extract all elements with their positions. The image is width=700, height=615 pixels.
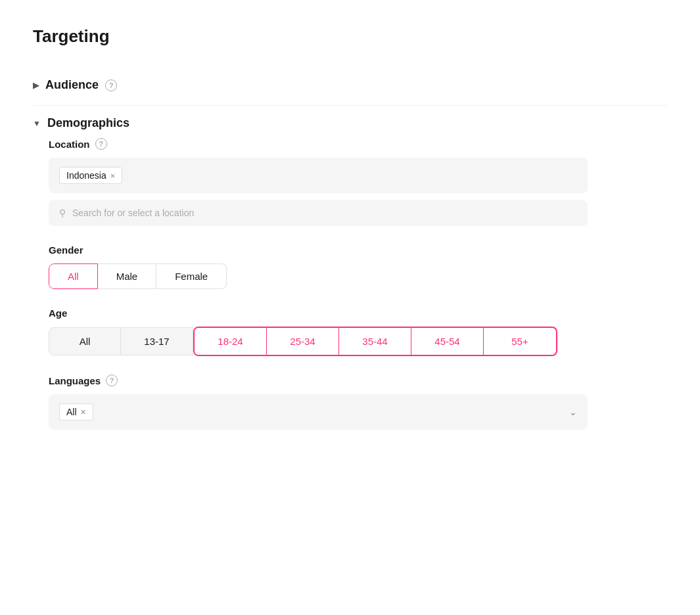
- location-tag-label: Indonesia: [66, 170, 106, 181]
- demographics-content: Location ? Indonesia × ⚲ Search for or s…: [33, 138, 667, 459]
- gender-label: Gender: [49, 244, 667, 256]
- gender-btn-all[interactable]: All: [49, 263, 98, 289]
- location-search-placeholder: Search for or select a location: [72, 208, 194, 218]
- age-btn-18-24[interactable]: 18-24: [195, 328, 267, 355]
- demographics-arrow: ▼: [33, 119, 41, 128]
- gender-btn-female[interactable]: Female: [156, 263, 227, 289]
- languages-tag-label: All: [66, 407, 77, 417]
- location-tag: Indonesia ×: [59, 167, 122, 184]
- location-selected-box: Indonesia ×: [49, 158, 588, 193]
- age-button-group: All 13-17 18-24 25-34 35-44 45-54 55+: [49, 327, 667, 356]
- age-field-group: Age All 13-17 18-24 25-34 35-44 45-54 55…: [49, 308, 667, 356]
- demographics-section: ▼ Demographics Location ? Indonesia × ⚲ …: [33, 108, 667, 459]
- age-btn-35-44[interactable]: 35-44: [339, 328, 411, 355]
- age-btn-25-34[interactable]: 25-34: [267, 328, 339, 355]
- location-help-icon[interactable]: ?: [95, 138, 107, 150]
- location-tag-remove[interactable]: ×: [110, 171, 116, 181]
- languages-tag-remove[interactable]: ×: [81, 407, 86, 417]
- gender-field-group: Gender All Male Female: [49, 244, 667, 289]
- gender-button-group: All Male Female: [49, 263, 667, 289]
- section-divider: [33, 105, 667, 106]
- languages-label: Languages ?: [49, 375, 667, 386]
- gender-btn-male[interactable]: Male: [98, 263, 157, 289]
- age-btn-45-54[interactable]: 45-54: [411, 328, 484, 355]
- audience-section: ▶ Audience ?: [33, 70, 667, 100]
- audience-arrow: ▶: [33, 81, 39, 90]
- age-btn-55plus[interactable]: 55+: [484, 328, 556, 355]
- languages-tag: All ×: [59, 403, 93, 421]
- languages-chevron-icon: ⌄: [569, 407, 577, 417]
- languages-dropdown[interactable]: All × ⌄: [49, 394, 588, 430]
- age-selected-group: 18-24 25-34 35-44 45-54 55+: [193, 327, 557, 356]
- languages-field-group: Languages ? All × ⌄: [49, 375, 667, 430]
- audience-help-icon[interactable]: ?: [105, 80, 117, 91]
- demographics-section-header[interactable]: ▼ Demographics: [33, 108, 667, 138]
- age-btn-13-17[interactable]: 13-17: [121, 327, 193, 355]
- audience-section-header[interactable]: ▶ Audience ?: [33, 70, 667, 100]
- location-search-box[interactable]: ⚲ Search for or select a location: [49, 200, 588, 226]
- location-field-group: Location ? Indonesia × ⚲ Search for or s…: [49, 138, 667, 226]
- audience-label: Audience: [45, 78, 99, 92]
- location-label: Location ?: [49, 138, 667, 150]
- age-unselected-group: All 13-17: [49, 327, 193, 355]
- search-icon: ⚲: [59, 208, 66, 218]
- languages-help-icon[interactable]: ?: [106, 375, 118, 386]
- age-btn-all[interactable]: All: [49, 327, 121, 355]
- demographics-label: Demographics: [47, 116, 129, 130]
- age-label: Age: [49, 308, 667, 319]
- page-title: Targeting: [33, 26, 667, 47]
